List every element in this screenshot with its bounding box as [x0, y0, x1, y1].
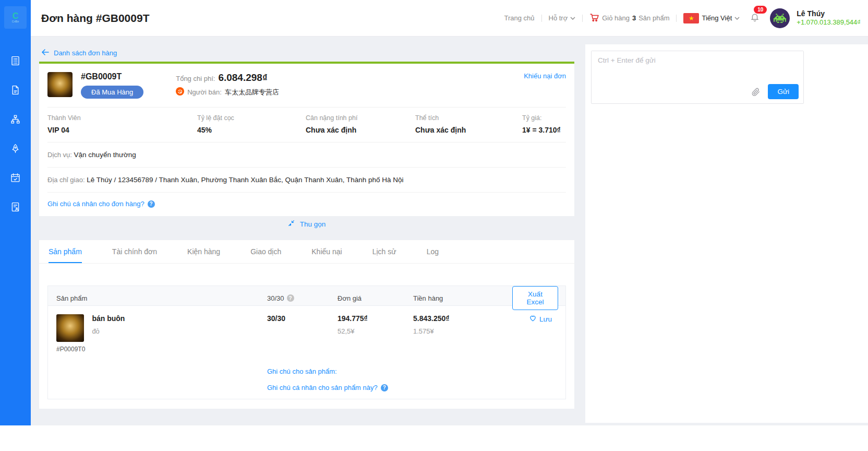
tab-parcels[interactable]: Kiện hàng	[187, 240, 220, 263]
product-notes: Ghi chú cho sản phẩm: Ghi chú cá nhân ch…	[267, 367, 565, 391]
field-member-tier: Thành Viên VIP 04	[47, 114, 197, 134]
chevron-down-icon	[734, 17, 740, 20]
main-content: Danh sách đơn hàng #GB0009T Đã Mua Hàng …	[31, 37, 868, 425]
service-value: Vận chuyển thường	[74, 151, 136, 159]
product-note-link[interactable]: Ghi chú cho sản phẩm:	[267, 367, 337, 375]
address-value: Lê Thúy / 123456789 / Thanh Xuân, Phường…	[87, 176, 403, 184]
tab-products[interactable]: Sản phẩm	[49, 240, 82, 263]
chat-compose-box: Gửi	[591, 51, 804, 104]
order-status-badge[interactable]: Đã Mua Hàng	[81, 86, 143, 99]
order-summary-card: #GB0009T Đã Mua Hàng Tổng chi phí: 6.084…	[39, 62, 574, 232]
avatar[interactable]	[770, 8, 790, 28]
cart-label: Giỏ hàng	[602, 14, 630, 22]
product-row: #P0009T0 bán buôn đỏ 30/30 194.775₫ 52,5…	[48, 306, 565, 356]
export-excel-button[interactable]: Xuất Excel	[512, 286, 558, 310]
sidebar-item-orders[interactable]	[6, 54, 25, 69]
seller-platform-icon	[176, 87, 184, 97]
product-thumbnail[interactable]	[56, 314, 84, 342]
unit-price-cny: 52,5¥	[337, 327, 413, 335]
seller-name[interactable]: 车太太品牌专营店	[225, 88, 279, 97]
nav-divider	[541, 15, 542, 22]
order-detail-card: Sản phẩm Tài chính đơn Kiện hàng Giao dị…	[39, 240, 574, 409]
order-complaint-link[interactable]: Khiếu nại đơn	[524, 72, 566, 99]
order-thumbnail[interactable]	[47, 72, 73, 97]
send-button[interactable]: Gửi	[768, 84, 799, 99]
collapse-label: Thu gọn	[300, 220, 326, 228]
order-personal-note-link[interactable]: Ghi chú cá nhân cho đơn hàng?	[47, 200, 144, 208]
bell-icon	[750, 16, 760, 24]
back-arrow-icon	[41, 48, 50, 58]
nav-divider	[582, 15, 583, 22]
product-personal-note-link[interactable]: Ghi chú cá nhân cho sản phẩm này?	[267, 384, 378, 391]
unit-price-vnd: 194.775₫	[337, 314, 413, 323]
total-cost-label: Tổng chi phí:	[176, 75, 215, 82]
nav-support-label: Hỗ trợ	[549, 14, 568, 22]
sidebar-item-calendar[interactable]	[6, 171, 25, 186]
tab-complaints[interactable]: Khiếu nại	[311, 240, 342, 263]
save-label: Lưu	[539, 315, 552, 323]
sidebar-item-sitemap[interactable]	[6, 112, 25, 128]
header-nav: Trang chủ Hỗ trợ Giỏ hàng 3 Sản phẩm ★ T…	[504, 8, 861, 28]
help-icon[interactable]: ?	[148, 200, 155, 208]
collapse-toggle[interactable]: Thu gọn	[39, 216, 574, 232]
help-icon[interactable]: ?	[381, 384, 388, 391]
nav-divider	[676, 15, 677, 22]
order-note-row: Ghi chú cá nhân cho đơn hàng? ?	[39, 193, 574, 216]
rocket-icon	[10, 143, 21, 156]
tab-log[interactable]: Log	[427, 240, 439, 263]
service-label: Dịch vụ:	[47, 151, 72, 159]
heart-icon	[529, 314, 537, 324]
order-id: #GB0009T	[81, 72, 143, 81]
notifications-button[interactable]: 10	[750, 12, 760, 24]
amount-vnd: 5.843.250₫	[413, 314, 512, 323]
chat-input[interactable]	[592, 51, 803, 81]
chevron-down-icon	[570, 17, 575, 20]
tab-history[interactable]: Lịch sử	[372, 240, 396, 263]
app-logo[interactable]: C CnBiz	[4, 6, 27, 29]
breadcrumb[interactable]: Danh sách đơn hàng	[41, 48, 117, 58]
nav-cart-link[interactable]: Giỏ hàng 3 Sản phẩm	[589, 13, 669, 24]
tab-transactions[interactable]: Giao dịch	[250, 240, 281, 263]
nav-support-menu[interactable]: Hỗ trợ	[549, 14, 576, 22]
document-icon	[10, 85, 21, 98]
logo-letter: C	[13, 13, 19, 20]
sidebar-item-documents[interactable]	[6, 83, 25, 99]
field-chargeable-weight: Cân nặng tính phí Chưa xác định	[306, 114, 415, 134]
app-root: C CnBiz Đơn hàng #GB0009T	[0, 0, 868, 451]
sidebar-nav	[0, 54, 31, 216]
service-row: Dịch vụ: Vận chuyển thường	[39, 143, 574, 167]
product-table: Sản phẩm 30/30 ? Đơn giá Tiền hàng Xuất …	[47, 286, 566, 399]
calendar-check-icon	[10, 172, 21, 185]
contact-card-icon	[10, 201, 21, 215]
invader-avatar-icon	[774, 14, 786, 23]
amount-cny: 1.575¥	[413, 327, 512, 335]
cart-suffix: Sản phẩm	[638, 14, 669, 22]
sidebar-item-rocket[interactable]	[6, 141, 25, 157]
language-selector[interactable]: ★ Tiếng Việt	[683, 13, 740, 23]
product-variant: đỏ	[92, 327, 125, 335]
tab-bar: Sản phẩm Tài chính đơn Kiện hàng Giao dị…	[39, 240, 574, 264]
sidebar: C CnBiz	[0, 0, 31, 425]
language-label: Tiếng Việt	[702, 14, 732, 22]
column-unit-price: Đơn giá	[337, 294, 413, 302]
order-card-header: #GB0009T Đã Mua Hàng Tổng chi phí: 6.084…	[39, 64, 574, 107]
help-icon[interactable]: ?	[287, 294, 294, 302]
column-product: Sản phẩm	[48, 294, 267, 302]
save-product-button[interactable]: Lưu	[529, 314, 552, 324]
collapse-icon	[288, 220, 295, 228]
total-cost-value: 6.084.298₫	[218, 72, 267, 84]
order-list-icon	[10, 55, 21, 68]
vietnam-flag-icon: ★	[683, 13, 699, 23]
user-name: Lê Thúy	[797, 9, 861, 19]
field-deposit-rate: Tỷ lệ đặt cọc 45%	[197, 114, 306, 134]
nav-home-link[interactable]: Trang chủ	[504, 14, 534, 22]
column-amount: Tiền hàng	[413, 294, 512, 302]
attachment-paperclip-icon[interactable]	[751, 87, 761, 97]
notification-badge: 10	[754, 6, 767, 14]
product-name[interactable]: bán buôn	[92, 314, 125, 323]
tab-order-finance[interactable]: Tài chính đơn	[112, 240, 157, 263]
sidebar-item-contacts[interactable]	[6, 200, 25, 216]
user-info[interactable]: Lê Thúy +1.070.013.389,544₫	[797, 9, 861, 27]
address-label: Địa chỉ giao:	[47, 176, 85, 184]
field-exchange-rate: Tỷ giá: 1¥ = 3.710₫	[522, 114, 566, 134]
